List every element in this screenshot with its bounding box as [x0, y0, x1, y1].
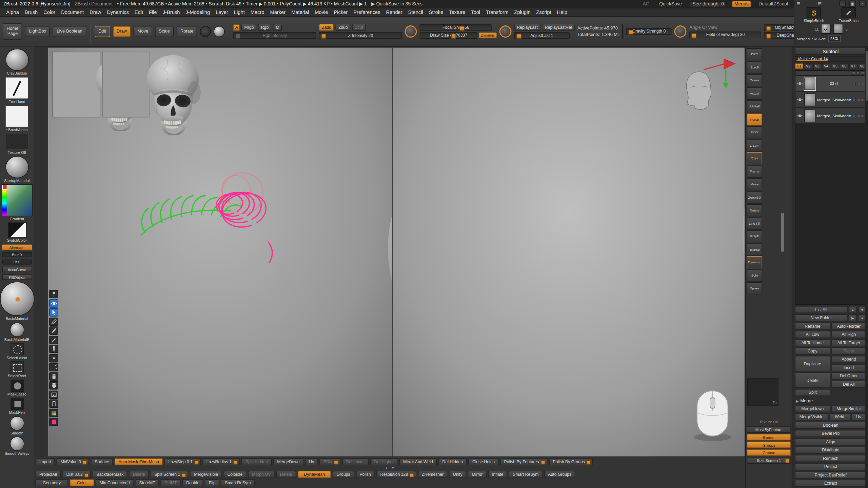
pin-icon[interactable] [49, 290, 58, 298]
bottom-button[interactable]: Mirror And Weld [399, 458, 437, 465]
sidebar-item[interactable]: Smooth [0, 416, 34, 435]
subtool-section-button[interactable]: Project BasRelief [795, 471, 866, 479]
bottom-button[interactable]: SDiv [320, 458, 341, 465]
subtool-version-tab[interactable]: V7 [849, 63, 857, 69]
bottom-button[interactable]: DynaMesh [298, 471, 331, 478]
menu-item[interactable]: Layer [213, 8, 231, 16]
split-button[interactable]: Split [795, 389, 830, 396]
right-shelf-button[interactable]: Rotate [747, 204, 762, 216]
right-shelf-button[interactable]: L.Sym [747, 139, 762, 151]
subtool-action-button[interactable]: AutoReorder [831, 323, 866, 330]
subtool-row-icons[interactable] [852, 82, 864, 85]
menu-item[interactable]: Tool [468, 8, 483, 16]
undo-icon[interactable] [49, 363, 58, 371]
field-of-view-icon[interactable] [674, 25, 687, 37]
subtool-version-tab[interactable]: V5 [831, 63, 840, 69]
subtool-version-tab[interactable]: V3 [813, 63, 822, 69]
subtool-action-button[interactable]: Duplicate [795, 356, 830, 371]
clipboard-icon[interactable] [49, 400, 58, 408]
alpha-chip[interactable]: A [233, 24, 240, 31]
pink-swatch-icon[interactable] [49, 418, 58, 426]
visibility-icon[interactable] [49, 299, 58, 307]
merge-visible-button[interactable]: MergeVisible [795, 413, 828, 421]
bottom-button[interactable]: Auto Mask FiberMesh [115, 458, 163, 465]
replay-icon[interactable] [499, 25, 511, 37]
23강[interactable]: 23강 [795, 76, 866, 92]
subtool-section-button[interactable]: Align [795, 438, 866, 445]
menu-item[interactable]: Stencil [405, 8, 426, 16]
sidebar-item[interactable]: MaskPen [0, 398, 34, 414]
merge-section-header[interactable]: ▶ Merge [795, 397, 866, 404]
right-shelf-button[interactable]: BPR [747, 48, 762, 60]
rgb-intensity-slider[interactable]: Rgb Intensity [233, 32, 316, 39]
subtool-action-button[interactable]: Copy [795, 347, 830, 354]
subtool-row-icons[interactable] [852, 98, 864, 101]
bottom-button[interactable]: MergeDown [273, 458, 303, 465]
right-stack-button[interactable]: Texture On [747, 418, 791, 425]
trash-icon[interactable] [49, 372, 58, 380]
sidebar-item[interactable]: Texture Off [0, 133, 34, 154]
sidebar-item[interactable]: SelectRect [0, 361, 34, 378]
grid-icon[interactable]: ⊞ [818, 1, 822, 6]
menu-item[interactable]: Texture [446, 8, 468, 16]
sidebar-item[interactable]: BasicMaterialB [0, 322, 34, 341]
pencil-icon[interactable] [49, 336, 58, 344]
bottom-button[interactable]: Double [182, 479, 203, 486]
sidebar-item[interactable]: MaskLasso [0, 380, 34, 396]
rgb-button[interactable]: Rgb [258, 24, 272, 31]
move-up-icon[interactable]: ▲ [849, 306, 857, 313]
bottom-button[interactable]: Flip [205, 479, 219, 486]
subtool-thumbnail[interactable] [804, 77, 815, 90]
menu-item[interactable]: Light [231, 8, 248, 16]
m-button[interactable]: M [273, 24, 282, 31]
menu-item[interactable]: Dynamics [104, 8, 132, 16]
head-preview[interactable] [687, 72, 711, 109]
subtool-section-button[interactable]: Bevel Pro [795, 430, 866, 437]
bottom-button[interactable]: Del Higher [370, 458, 398, 465]
pen-icon[interactable] [49, 317, 58, 325]
bottom-button[interactable]: Close Holes [468, 458, 498, 465]
home-page-button[interactable]: Home Page [3, 23, 22, 40]
sidebar-item[interactable]: FreeHand [0, 77, 34, 103]
bottom-button[interactable]: Auto Groups [544, 471, 575, 478]
field-of-view-slider[interactable]: Field of view(deg) 30 [689, 31, 761, 38]
subtool-thumb-small[interactable] [833, 24, 843, 34]
menu-item[interactable]: Zplugin [511, 8, 533, 16]
merge-similar-button[interactable]: MergeSimilar [831, 405, 866, 412]
sidebar-item[interactable]: SmoothValleys [0, 437, 34, 456]
titlebar-control[interactable]: See-through- 0 [690, 1, 727, 7]
sidebar-item[interactable]: SwitchColor [0, 223, 34, 243]
material-preview-icon[interactable] [214, 26, 225, 37]
subtool-section-button[interactable]: Distribute [795, 447, 866, 454]
bottom-button[interactable]: Mirror [468, 471, 487, 478]
bottom-button[interactable]: Surface [91, 458, 113, 465]
panel-scrollbar[interactable] [865, 46, 868, 488]
menu-item[interactable]: J-Modeling [183, 8, 213, 16]
image-icon[interactable] [49, 390, 58, 399]
maximize-button[interactable]: ▣ [849, 1, 856, 7]
bottom-button[interactable]: Delete [276, 471, 296, 478]
eye-icon[interactable] [797, 81, 803, 86]
subtool-action-button[interactable]: Del All [831, 381, 866, 388]
titlebar-control[interactable]: AC [640, 1, 651, 7]
live-boolean-button[interactable]: Live Boolean [53, 26, 86, 37]
menu-item[interactable]: Marker [267, 8, 289, 16]
bottom-button[interactable]: DelMT [161, 479, 181, 486]
move-button[interactable]: Move [134, 26, 152, 37]
menu-item[interactable]: Draw [87, 8, 104, 16]
zsub-button[interactable]: Zsub [336, 24, 351, 31]
bottom-button[interactable]: Split Screen 1 [151, 471, 189, 478]
bottom-button[interactable]: StoreMT [135, 479, 159, 486]
right-shelf-button[interactable]: AAHalf [747, 100, 762, 113]
bottom-button[interactable]: Resolution 128 [376, 471, 416, 478]
subtool-section-button[interactable]: Boolean [795, 422, 866, 429]
right-viewport[interactable] [393, 47, 745, 456]
dynamic-toggle[interactable]: Dynamic [479, 33, 496, 38]
palette-resize-handle[interactable]: ▲ ▼ [34, 466, 745, 470]
right-shelf-button[interactable]: Solo [747, 269, 762, 281]
right-shelf-button[interactable]: Floor [747, 126, 762, 138]
right-stack-button[interactable]: Groups [747, 442, 791, 448]
subtool-section-button[interactable]: Remesh [795, 455, 866, 462]
cursor-icon[interactable] [49, 308, 58, 316]
sidebar-item[interactable]: FillObject [0, 274, 34, 280]
